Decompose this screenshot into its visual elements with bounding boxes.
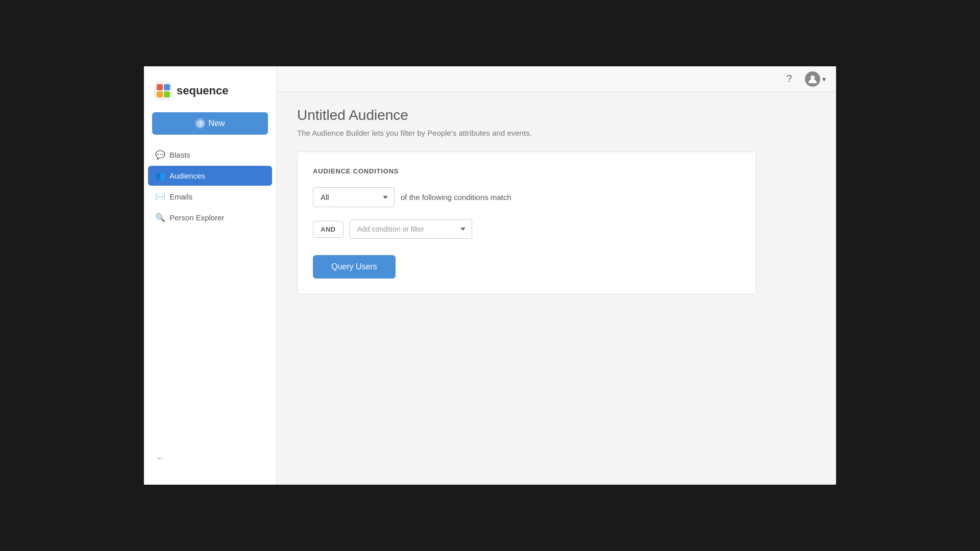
user-menu[interactable]: ▾: [805, 71, 826, 87]
audiences-icon: 👥: [155, 171, 164, 181]
help-button[interactable]: ?: [781, 71, 797, 87]
and-badge: AND: [313, 221, 344, 238]
nav-items: 💬 Blasts 👥 Audiences ✉️ Emails 🔍 Person …: [144, 145, 276, 228]
person-explorer-icon: 🔍: [155, 213, 164, 222]
top-nav: ? ▾: [277, 66, 836, 92]
sidebar: sequence ⊕ New 💬 Blasts 👥 Audiences ✉️ E…: [144, 66, 277, 485]
conditions-match-text: of the following conditions match: [401, 193, 511, 202]
sidebar-item-person-explorer[interactable]: 🔍 Person Explorer: [148, 208, 272, 228]
emails-icon: ✉️: [155, 192, 164, 202]
blasts-icon: 💬: [155, 150, 164, 160]
svg-rect-1: [157, 84, 163, 90]
page-title: Untitled Audience: [297, 107, 816, 123]
sidebar-item-emails[interactable]: ✉️ Emails: [148, 187, 272, 207]
conditions-card: AUDIENCE CONDITIONS All Any None of the …: [297, 152, 756, 294]
svg-rect-2: [164, 84, 170, 90]
condition-filter-row: AND Add condition or filter: [313, 219, 741, 239]
svg-point-5: [811, 76, 815, 80]
sidebar-bottom: ←: [144, 442, 276, 474]
sidebar-item-person-explorer-label: Person Explorer: [169, 213, 225, 222]
user-menu-chevron: ▾: [822, 75, 826, 83]
sidebar-item-blasts[interactable]: 💬 Blasts: [148, 145, 272, 165]
svg-rect-0: [154, 82, 173, 100]
app-name: sequence: [177, 84, 229, 97]
query-users-button[interactable]: Query Users: [313, 255, 396, 279]
logo-area: sequence: [144, 77, 276, 112]
section-title: AUDIENCE CONDITIONS: [313, 167, 741, 175]
collapse-sidebar-button[interactable]: ←: [152, 450, 168, 466]
avatar: [805, 71, 820, 87]
conditions-row: All Any None of the following conditions…: [313, 187, 741, 207]
svg-rect-4: [164, 91, 170, 97]
sidebar-item-audiences-label: Audiences: [169, 171, 205, 180]
help-icon: ?: [786, 73, 792, 85]
svg-rect-3: [157, 91, 163, 97]
sidebar-item-audiences[interactable]: 👥 Audiences: [148, 166, 272, 186]
logo: sequence: [154, 82, 266, 100]
main-content: Untitled Audience The Audience Builder l…: [277, 66, 836, 485]
sidebar-item-blasts-label: Blasts: [169, 151, 190, 159]
new-button[interactable]: ⊕ New: [152, 112, 268, 135]
logo-icon: [154, 82, 173, 100]
collapse-icon: ←: [156, 453, 165, 464]
new-button-label: New: [208, 119, 225, 128]
content-body: Untitled Audience The Audience Builder l…: [277, 92, 836, 310]
sidebar-item-emails-label: Emails: [169, 192, 192, 201]
page-subtitle: The Audience Builder lets you filter by …: [297, 129, 816, 137]
filter-select[interactable]: Add condition or filter: [350, 219, 472, 239]
plus-icon: ⊕: [195, 118, 205, 129]
match-select[interactable]: All Any None: [313, 187, 395, 207]
